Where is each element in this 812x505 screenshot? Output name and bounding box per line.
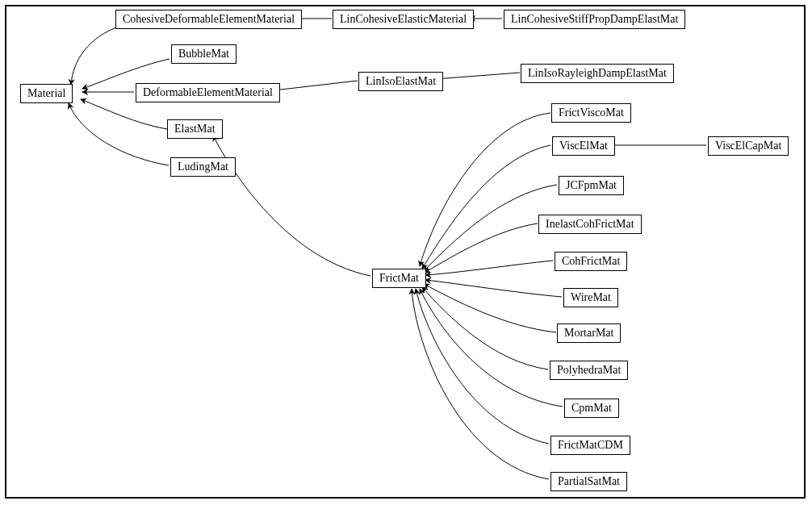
node-label: CpmMat (571, 402, 612, 414)
node-label: Material (27, 87, 65, 99)
node-inelast-coh-frict-mat[interactable]: InelastCohFrictMat (538, 215, 642, 234)
node-polyhedra-mat[interactable]: PolyhedraMat (550, 361, 628, 380)
node-label: ViscElCapMat (715, 140, 781, 152)
node-label: BubbleMat (178, 48, 229, 60)
node-label: LudingMat (178, 161, 228, 173)
node-frict-visco-mat[interactable]: FrictViscoMat (551, 103, 631, 123)
node-lin-cohesive-stiff-prop-damp-elast-mat[interactable]: LinCohesiveStiffPropDampElastMat (504, 10, 685, 29)
node-material[interactable]: Material (20, 84, 73, 103)
node-label: CohFrictMat (562, 255, 620, 267)
node-label: DeformableElementMaterial (143, 86, 273, 98)
node-visc-el-cap-mat[interactable]: ViscElCapMat (708, 136, 789, 156)
node-label: LinIsoRayleighDampElastMat (528, 67, 667, 79)
node-bubble-mat[interactable]: BubbleMat (171, 44, 236, 64)
node-wire-mat[interactable]: WireMat (563, 288, 618, 307)
node-label: PolyhedraMat (557, 364, 621, 376)
node-lin-cohesive-elastic-material[interactable]: LinCohesiveElasticMaterial (333, 10, 474, 29)
node-label: MortarMat (564, 327, 613, 339)
node-label: LinCohesiveStiffPropDampElastMat (511, 13, 678, 25)
node-elast-mat[interactable]: ElastMat (167, 119, 223, 139)
node-visc-el-mat[interactable]: ViscElMat (552, 136, 615, 156)
node-frict-mat[interactable]: FrictMat (372, 269, 426, 288)
node-lin-iso-elast-mat[interactable]: LinIsoElastMat (358, 72, 443, 91)
node-label: InelastCohFrictMat (546, 218, 634, 230)
node-label: FrictViscoMat (559, 106, 624, 119)
node-label: ViscElMat (559, 140, 608, 152)
node-label: JCFpmMat (566, 179, 617, 191)
node-lin-iso-rayleigh-damp-elast-mat[interactable]: LinIsoRayleighDampElastMat (521, 64, 674, 83)
node-frict-mat-cdm[interactable]: FrictMatCDM (550, 436, 630, 455)
node-label: WireMat (571, 291, 611, 303)
node-label: FrictMatCDM (558, 439, 623, 451)
node-label: CohesiveDeformableElementMaterial (123, 13, 295, 25)
node-label: LinIsoElastMat (366, 75, 436, 87)
node-deformable-element-material[interactable]: DeformableElementMaterial (136, 83, 280, 102)
node-label: LinCohesiveElasticMaterial (340, 13, 467, 25)
node-label: PartialSatMat (558, 475, 620, 487)
node-partial-sat-mat[interactable]: PartialSatMat (550, 472, 627, 491)
node-label: FrictMat (379, 272, 419, 284)
node-coh-frict-mat[interactable]: CohFrictMat (555, 252, 627, 271)
node-label: ElastMat (174, 123, 216, 135)
node-jcfpm-mat[interactable]: JCFpmMat (559, 176, 624, 195)
node-cohesive-deformable-element-material[interactable]: CohesiveDeformableElementMaterial (115, 10, 302, 29)
node-mortar-mat[interactable]: MortarMat (557, 323, 621, 343)
node-cpm-mat[interactable]: CpmMat (564, 399, 619, 418)
node-luding-mat[interactable]: LudingMat (170, 157, 236, 177)
